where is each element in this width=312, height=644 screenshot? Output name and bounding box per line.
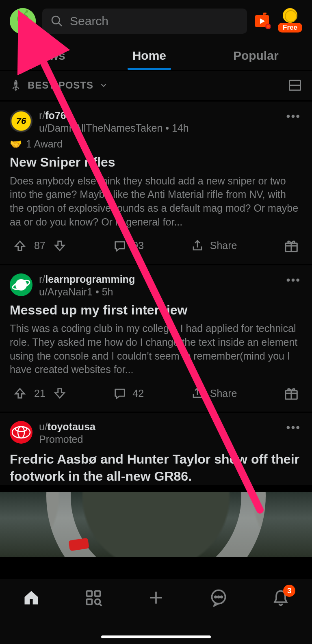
coins-button[interactable]: Free [278,10,302,33]
award-button[interactable] [284,386,299,401]
awards-row[interactable]: 🤝 1 Award [10,138,302,150]
svg-point-35 [218,596,219,598]
promoted-image[interactable] [0,492,312,557]
comments-button[interactable]: 42 [113,386,144,400]
tab-news[interactable]: News [25,43,73,70]
post[interactable]: 76 r/fo76 u/DamnAllTheNamesTaken • 14h •… [0,102,312,264]
home-indicator [101,635,211,638]
nav-inbox[interactable]: 3 [272,589,290,607]
award-icon: 🤝 [10,139,22,150]
post-actions: 87 93 Share [10,229,302,259]
search-placeholder: Search [70,14,108,28]
svg-rect-28 [87,599,92,605]
stream-icon[interactable] [254,13,271,30]
advertiser-avatar[interactable] [10,421,32,444]
online-status-dot [28,27,35,34]
search-icon [50,15,63,28]
sort-label: BEST POSTS [28,80,93,91]
upvote-button[interactable] [13,239,27,253]
post-more-button[interactable]: ••• [285,273,302,286]
sort-bar: BEST POSTS [0,71,312,100]
nav-home[interactable] [22,589,40,607]
svg-point-1 [17,14,28,24]
comment-count: 93 [132,240,144,252]
share-label: Share [210,388,237,399]
sort-selector[interactable]: BEST POSTS [10,79,108,91]
coin-icon [283,8,297,23]
comment-count: 42 [132,388,144,399]
promoted-post[interactable]: u/toyotausa Promoted ••• Fredric Aasbø a… [0,413,312,485]
svg-rect-26 [87,591,92,596]
post[interactable]: r/learnprogramming u/AryaNair1 • 5h ••• … [0,265,312,412]
post-actions: 21 42 Share [10,377,302,407]
nav-create[interactable] [147,589,165,607]
svg-line-7 [58,23,62,26]
share-button[interactable]: Share [191,386,237,400]
svg-line-30 [100,604,102,606]
header-actions: Free [254,10,302,33]
feed: 76 r/fo76 u/DamnAllTheNamesTaken • 14h •… [0,102,312,557]
subreddit-avatar[interactable] [10,273,32,296]
promoted-label: Promoted [39,434,278,445]
svg-point-24 [18,427,24,438]
downvote-button[interactable] [53,386,67,400]
svg-point-2 [19,17,22,20]
nav-chat[interactable] [210,589,228,607]
svg-point-25 [15,427,27,432]
post-body: Does anybody else think they should add … [10,174,302,229]
post-title: Fredric Aasbø and Hunter Taylor show off… [10,451,302,485]
award-count: 1 Award [26,138,63,150]
post-title: New Sniper rifles [10,154,302,171]
subreddit-link[interactable]: r/learnprogramming [39,273,278,285]
notification-badge: 3 [283,585,295,597]
nav-discover[interactable] [84,589,102,607]
svg-point-23 [12,427,30,438]
svg-point-34 [214,596,216,598]
layout-toggle[interactable] [288,78,302,93]
svg-point-3 [24,17,26,20]
share-label: Share [210,240,237,252]
subreddit-avatar[interactable]: 76 [10,110,32,132]
vote-count: 21 [34,388,46,399]
post-byline[interactable]: u/DamnAllTheNamesTaken • 14h [39,122,278,134]
post-more-button[interactable]: ••• [285,110,302,123]
comments-button[interactable]: 93 [113,239,144,253]
post-byline[interactable]: u/AryaNair1 • 5h [39,286,278,298]
bottom-nav: 3 [0,579,312,644]
chevron-down-icon [99,81,108,90]
svg-point-9 [266,25,270,28]
tab-popular[interactable]: Popular [225,43,287,70]
post-body: This was a coding club in my college. I … [10,322,302,377]
svg-rect-27 [95,591,100,596]
post-title: Messed up my first interview [10,302,302,319]
svg-point-36 [221,596,222,598]
award-button[interactable] [284,238,299,254]
tab-home[interactable]: Home [124,43,174,70]
share-button[interactable]: Share [191,239,237,253]
post-more-button[interactable]: ••• [285,421,302,434]
free-badge: Free [278,23,302,33]
upvote-button[interactable] [13,386,27,400]
svg-point-6 [52,16,60,24]
rocket-icon [10,79,22,91]
advertiser-link[interactable]: u/toyotausa [39,421,278,433]
svg-point-29 [95,599,100,605]
app-header: Search Free [0,0,312,41]
subreddit-link[interactable]: r/fo76 [39,110,278,121]
vote-count: 87 [34,240,46,252]
feed-tabs: News Home Popular [0,41,312,70]
search-input[interactable]: Search [42,9,247,34]
profile-avatar[interactable] [10,8,36,34]
downvote-button[interactable] [53,239,67,253]
svg-point-12 [15,82,17,84]
